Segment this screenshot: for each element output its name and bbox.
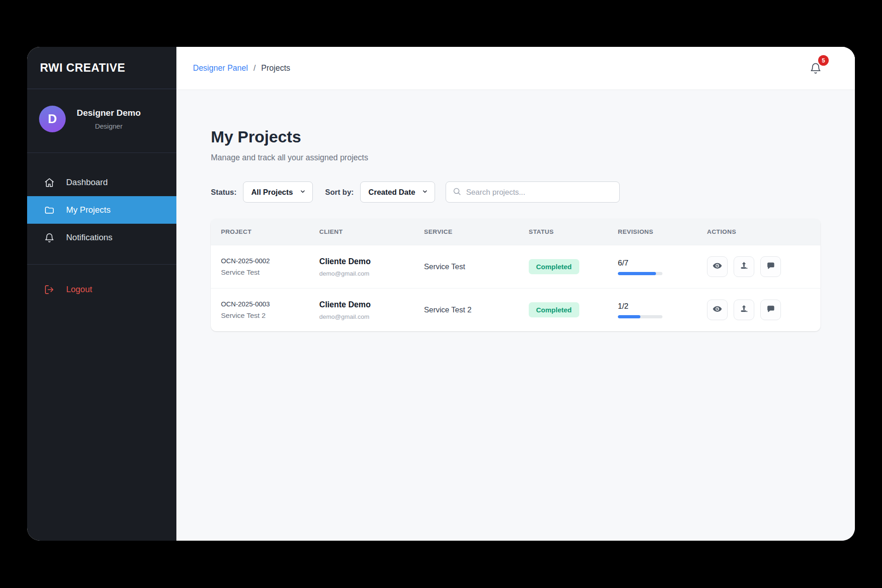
breadcrumb-link-designer-panel[interactable]: Designer Panel: [193, 63, 248, 73]
logo-section: RWI CREATIVE: [27, 47, 176, 89]
service-cell: Service Test: [424, 262, 529, 271]
bell-icon: [44, 232, 55, 243]
column-header-service: SERVICE: [424, 228, 529, 235]
upload-button[interactable]: [734, 256, 754, 277]
chat-icon: [766, 304, 775, 316]
project-cell: OCN-2025-0002 Service Test: [221, 257, 319, 277]
revisions-cell: 6/7: [618, 259, 707, 275]
table-row: OCN-2025-0002 Service Test Cliente Demo …: [211, 245, 820, 288]
eye-icon: [712, 261, 722, 272]
sidebar-item-label: Dashboard: [66, 177, 108, 187]
revisions-progress-track: [618, 315, 662, 318]
client-email: demo@gmail.com: [319, 270, 424, 277]
revisions-progress-track: [618, 272, 662, 275]
sidebar-item-label: Notifications: [66, 232, 113, 243]
view-button[interactable]: [707, 300, 728, 320]
status-badge: Completed: [529, 259, 579, 274]
revisions-value: 1/2: [618, 302, 707, 311]
revisions-cell: 1/2: [618, 302, 707, 318]
filters-bar: Status: All Projects Sort by: Created Da…: [211, 181, 823, 203]
chevron-down-icon: [422, 188, 428, 197]
column-header-actions: ACTIONS: [707, 228, 820, 235]
client-name: Cliente Demo: [319, 300, 424, 310]
column-header-client: CLIENT: [319, 228, 424, 235]
column-header-status: STATUS: [529, 228, 618, 235]
search-icon: [452, 187, 461, 198]
project-name: Service Test 2: [221, 311, 319, 320]
project-name: Service Test: [221, 268, 319, 277]
status-cell: Completed: [529, 302, 618, 317]
sidebar-item-dashboard[interactable]: Dashboard: [27, 169, 176, 196]
table-header-row: PROJECT CLIENT SERVICE STATUS REVISIONS …: [211, 219, 820, 245]
sidebar-divider: [27, 264, 176, 265]
logout-button[interactable]: Logout: [27, 276, 176, 303]
user-section: D Designer Demo Designer: [27, 89, 176, 153]
client-cell: Cliente Demo demo@gmail.com: [319, 257, 424, 277]
client-cell: Cliente Demo demo@gmail.com: [319, 300, 424, 320]
notifications-bell-button[interactable]: 5: [809, 62, 822, 74]
chat-icon: [766, 261, 775, 272]
project-id: OCN-2025-0003: [221, 300, 319, 308]
logout-label: Logout: [66, 284, 92, 294]
folder-icon: [44, 205, 55, 215]
breadcrumb-separator: /: [254, 63, 256, 73]
user-meta: Designer Demo Designer: [77, 108, 141, 130]
service-cell: Service Test 2: [424, 305, 529, 314]
app-window: RWI CREATIVE D Designer Demo Designer Da…: [27, 47, 855, 541]
upload-icon: [739, 261, 749, 272]
status-cell: Completed: [529, 259, 618, 274]
user-role: Designer: [77, 122, 141, 130]
comment-button[interactable]: [760, 300, 781, 320]
status-filter-label: Status:: [211, 188, 237, 197]
app-logo: RWI CREATIVE: [40, 61, 125, 74]
user-name: Designer Demo: [77, 108, 141, 118]
sort-select[interactable]: Created Date: [360, 181, 435, 203]
column-header-project: PROJECT: [221, 228, 319, 235]
comment-button[interactable]: [760, 256, 781, 277]
topbar: Designer Panel / Projects 5: [176, 47, 855, 90]
actions-cell: [707, 256, 820, 277]
revisions-progress-fill: [618, 315, 640, 318]
home-icon: [44, 177, 55, 188]
table-row: OCN-2025-0003 Service Test 2 Cliente Dem…: [211, 288, 820, 331]
sort-select-value: Created Date: [368, 188, 415, 197]
revisions-value: 6/7: [618, 259, 707, 267]
project-id: OCN-2025-0002: [221, 257, 319, 265]
search-input[interactable]: [466, 188, 613, 197]
page-title: My Projects: [211, 128, 823, 146]
status-select[interactable]: All Projects: [243, 181, 313, 203]
breadcrumb: Designer Panel / Projects: [193, 63, 290, 73]
chevron-down-icon: [300, 188, 306, 197]
eye-icon: [712, 304, 722, 316]
revisions-progress-fill: [618, 272, 656, 275]
actions-cell: [707, 300, 820, 320]
view-button[interactable]: [707, 256, 728, 277]
sidebar-item-notifications[interactable]: Notifications: [27, 224, 176, 251]
status-badge: Completed: [529, 302, 579, 317]
sidebar-item-label: My Projects: [66, 205, 111, 215]
avatar: D: [39, 106, 66, 132]
breadcrumb-current: Projects: [261, 63, 290, 73]
main-area: Designer Panel / Projects 5 My Projects …: [176, 47, 855, 541]
upload-button[interactable]: [734, 300, 754, 320]
column-header-revisions: REVISIONS: [618, 228, 707, 235]
sidebar-nav: Dashboard My Projects Notifications Logo: [27, 153, 176, 303]
page-subtitle: Manage and track all your assigned proje…: [211, 153, 823, 163]
page-content: My Projects Manage and track all your as…: [176, 90, 855, 331]
client-name: Cliente Demo: [319, 257, 424, 266]
status-select-value: All Projects: [251, 188, 293, 197]
search-box: [446, 181, 620, 203]
sidebar-item-my-projects[interactable]: My Projects: [27, 196, 176, 224]
project-cell: OCN-2025-0003 Service Test 2: [221, 300, 319, 320]
logout-icon: [44, 284, 55, 295]
client-email: demo@gmail.com: [319, 313, 424, 320]
upload-icon: [739, 304, 749, 316]
sidebar: RWI CREATIVE D Designer Demo Designer Da…: [27, 47, 176, 541]
projects-table: PROJECT CLIENT SERVICE STATUS REVISIONS …: [211, 219, 820, 331]
sort-filter-label: Sort by:: [325, 188, 354, 197]
notification-count-badge: 5: [818, 55, 829, 66]
